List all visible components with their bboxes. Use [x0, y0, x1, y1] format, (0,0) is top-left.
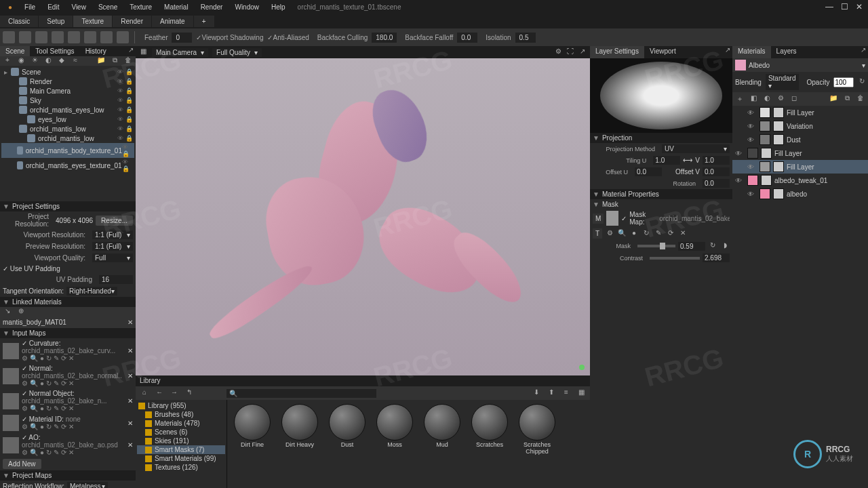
tiling-u-input[interactable]	[653, 156, 680, 165]
resize-button[interactable]: Resize...	[96, 216, 133, 226]
material-header[interactable]: Albedo▾	[732, 58, 868, 72]
reset-icon[interactable]: ↻	[858, 77, 865, 87]
add-new-button[interactable]: Add New	[3, 459, 41, 469]
menu-window[interactable]: Window	[229, 2, 264, 12]
tool-icon[interactable]	[84, 31, 96, 43]
refresh-icon[interactable]: ↻	[46, 380, 52, 387]
visibility-icon[interactable]: 👁	[735, 150, 745, 157]
list-view-icon[interactable]: ≡	[561, 388, 571, 398]
gear-icon[interactable]: ⚙	[22, 405, 28, 412]
gear-icon[interactable]: ⚙	[605, 229, 614, 239]
circle-icon[interactable]: ●	[40, 405, 44, 412]
home-icon[interactable]: ⌂	[140, 388, 149, 398]
edit-icon[interactable]: ✎	[54, 405, 59, 412]
remove-icon[interactable]: ✕	[127, 372, 133, 380]
refresh-icon[interactable]: ↻	[46, 449, 52, 456]
gear-icon[interactable]: ⚙	[553, 47, 563, 57]
fog-icon[interactable]: ≈	[71, 56, 80, 66]
circle-icon[interactable]: ●	[40, 354, 44, 362]
popout-icon[interactable]: ↗	[126, 46, 136, 56]
gear-icon[interactable]: ⚙	[22, 354, 28, 362]
link-icon[interactable]: ⟷	[683, 157, 692, 164]
menu-scene[interactable]: Scene	[93, 2, 123, 12]
map-thumb[interactable]	[3, 343, 19, 359]
close-button[interactable]: ✕	[853, 2, 865, 12]
viewport-shadowing-checkbox[interactable]: ✓Viewport Shadowing	[196, 34, 263, 41]
map-thumb[interactable]	[3, 437, 19, 453]
map-thumb[interactable]	[3, 415, 19, 431]
reload-icon[interactable]: ⟳	[666, 229, 675, 239]
input-maps-header[interactable]: ▼Input Maps	[0, 328, 136, 338]
mask-slider[interactable]	[637, 245, 675, 247]
uv-padding-checkbox[interactable]: ✓ Use UV Padding	[3, 265, 60, 272]
panel-tab-layer settings[interactable]: Layer Settings	[590, 46, 644, 58]
circle-icon[interactable]: ●	[40, 380, 44, 387]
offset-v-input[interactable]	[703, 167, 730, 176]
tree-item[interactable]: orchid_mantis_body_texture_01👁 🔒	[1, 143, 134, 158]
material-preview[interactable]	[590, 58, 732, 133]
library-header[interactable]: Library	[136, 375, 590, 386]
menu-edit[interactable]: Edit	[42, 2, 64, 12]
add-adjust-icon[interactable]: ◐	[762, 94, 772, 104]
reset-icon[interactable]: ↻	[708, 241, 717, 251]
uv-padding-value[interactable]: 16	[99, 275, 133, 284]
maximize-button[interactable]: ☐	[838, 2, 850, 12]
preview-resolution-dropdown[interactable]: 1:1 (Full)▾	[92, 242, 133, 251]
mask-map-checkbox[interactable]: ✓	[621, 215, 627, 222]
visibility-icon[interactable]: 👁	[735, 177, 745, 184]
mask-header[interactable]: ▼Mask	[590, 199, 732, 209]
tool-icon[interactable]	[3, 31, 15, 43]
tangent-dropdown[interactable]: Right-Handed▾	[66, 287, 117, 296]
library-tree-item[interactable]: Smart Masks (7)	[137, 445, 225, 454]
projection-header[interactable]: ▼Projection	[590, 133, 732, 143]
layer-item[interactable]: 👁Dust	[732, 133, 868, 146]
layer-item[interactable]: 👁Variation	[732, 119, 868, 133]
minimize-button[interactable]: —	[823, 2, 835, 12]
remove-icon[interactable]: ✕	[127, 397, 133, 405]
tiling-v-input[interactable]	[703, 156, 730, 165]
panel-tab-scene[interactable]: Scene	[0, 46, 30, 56]
tab-classic[interactable]: Classic	[0, 16, 38, 27]
projection-method-dropdown[interactable]: UV▾	[662, 144, 730, 153]
add-layer-icon[interactable]: ＋	[735, 94, 745, 104]
expand-icon[interactable]: ⛶	[566, 47, 575, 57]
reflection-workflow-dropdown[interactable]: Metalness▾	[67, 482, 108, 488]
mask-icon[interactable]: ◻	[789, 94, 799, 104]
remove-icon[interactable]: ✕	[127, 420, 133, 427]
circle-icon[interactable]: ●	[40, 423, 44, 430]
contrast-slider[interactable]	[650, 257, 700, 260]
library-tree-item[interactable]: Textures (126)	[137, 463, 225, 472]
menu-view[interactable]: View	[66, 2, 92, 12]
library-item[interactable]: Moss	[374, 404, 416, 484]
mask-m-icon[interactable]: M	[593, 214, 604, 224]
visibility-icon[interactable]: 👁	[747, 136, 757, 144]
panel-tab-layers[interactable]: Layers	[771, 46, 802, 58]
add-tab-button[interactable]: +	[194, 16, 214, 27]
visibility-icon[interactable]: 👁	[747, 190, 757, 198]
refresh-icon[interactable]: ↻	[46, 405, 52, 412]
tree-item[interactable]: orchid_mantis_eyes_low👁 🔒	[1, 105, 134, 115]
linked-material-row[interactable]: mantis_body_MAT01✕	[0, 317, 136, 328]
backface-culling-value[interactable]: 180.0	[372, 33, 397, 43]
map-thumb[interactable]	[3, 368, 19, 384]
layer-item[interactable]: 👁Fill Layer	[732, 106, 868, 119]
tab-render[interactable]: Render	[113, 16, 151, 27]
menu-texture[interactable]: Texture	[124, 2, 157, 12]
clear-icon[interactable]: ✕	[678, 229, 688, 239]
refresh-icon[interactable]: ↻	[642, 229, 651, 239]
tree-item[interactable]: orchid_mantis_low👁 🔒	[1, 124, 134, 134]
reload-icon[interactable]: ⟳	[61, 354, 66, 362]
clear-icon[interactable]: ✕	[68, 354, 74, 362]
tree-item[interactable]: orchid_mantis_low👁 🔒	[1, 134, 134, 143]
library-tree-item[interactable]: Scenes (6)	[137, 428, 225, 436]
isolation-value[interactable]: 0.5	[515, 33, 536, 43]
link-icon[interactable]: ↘	[3, 307, 12, 317]
clear-icon[interactable]: ✕	[68, 449, 74, 456]
clear-icon[interactable]: ✕	[68, 405, 74, 412]
refresh-icon[interactable]: ↻	[46, 354, 52, 362]
edit-icon[interactable]: ✎	[54, 449, 59, 456]
project-maps-header[interactable]: ▼Project Maps	[0, 470, 136, 481]
popout-icon[interactable]: ↗	[723, 46, 732, 56]
visibility-icon[interactable]: 👁	[747, 123, 757, 130]
gear-icon[interactable]: ⚙	[22, 380, 28, 387]
